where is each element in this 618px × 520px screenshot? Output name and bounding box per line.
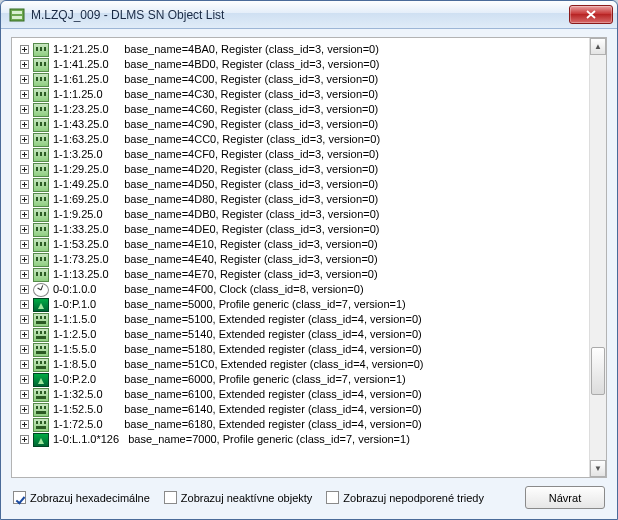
- close-button[interactable]: [569, 5, 613, 24]
- tree-row[interactable]: 1-1:21.25.0 base_name=4BA0, Register (cl…: [14, 42, 587, 57]
- row-description: base_name=4C00, Register (class_id=3, ve…: [124, 72, 378, 87]
- tree-row[interactable]: 1-1:13.25.0 base_name=4E70, Register (cl…: [14, 267, 587, 282]
- expand-icon[interactable]: [20, 255, 29, 264]
- expand-icon[interactable]: [20, 180, 29, 189]
- register-icon: [33, 163, 49, 177]
- checkbox-box[interactable]: [13, 491, 26, 504]
- expand-icon[interactable]: [20, 345, 29, 354]
- row-description: base_name=5100, Extended register (class…: [124, 312, 422, 327]
- register-icon: [33, 193, 49, 207]
- tree-row[interactable]: 1-1:23.25.0 base_name=4C60, Register (cl…: [14, 102, 587, 117]
- clock-icon: [33, 283, 49, 297]
- return-button[interactable]: Návrat: [525, 486, 605, 509]
- tree-row[interactable]: 1-1:1.25.0 base_name=4C30, Register (cla…: [14, 87, 587, 102]
- register-icon: [33, 253, 49, 267]
- row-description: base_name=4BD0, Register (class_id=3, ve…: [124, 57, 379, 72]
- tree-row[interactable]: 1-1:32.5.0 base_name=6100, Extended regi…: [14, 387, 587, 402]
- extended-register-icon: [33, 313, 49, 327]
- window-title: M.LZQJ_009 - DLMS SN Object List: [31, 8, 569, 22]
- tree-row[interactable]: 1-1:43.25.0 base_name=4C90, Register (cl…: [14, 117, 587, 132]
- expand-icon[interactable]: [20, 135, 29, 144]
- expand-icon[interactable]: [20, 375, 29, 384]
- tree-row[interactable]: 1-1:3.25.0 base_name=4CF0, Register (cla…: [14, 147, 587, 162]
- register-icon: [33, 148, 49, 162]
- scroll-track[interactable]: [590, 55, 606, 460]
- expand-icon[interactable]: [20, 405, 29, 414]
- expand-icon[interactable]: [20, 225, 29, 234]
- tree-row[interactable]: 1-1:52.5.0 base_name=6140, Extended regi…: [14, 402, 587, 417]
- titlebar[interactable]: M.LZQJ_009 - DLMS SN Object List: [1, 1, 617, 29]
- tree-row[interactable]: 1-1:53.25.0 base_name=4E10, Register (cl…: [14, 237, 587, 252]
- tree-row[interactable]: 0-0:1.0.0 base_name=4F00, Clock (class_i…: [14, 282, 587, 297]
- expand-icon[interactable]: [20, 360, 29, 369]
- row-description: base_name=6140, Extended register (class…: [124, 402, 422, 417]
- obis-code: 1-1:63.25.0: [53, 132, 115, 147]
- tree-row[interactable]: 1-0:P.1.0 base_name=5000, Profile generi…: [14, 297, 587, 312]
- svg-rect-1: [12, 11, 22, 14]
- tree-row[interactable]: 1-1:8.5.0 base_name=51C0, Extended regis…: [14, 357, 587, 372]
- expand-icon[interactable]: [20, 210, 29, 219]
- row-description: base_name=7000, Profile generic (class_i…: [128, 432, 410, 447]
- expand-icon[interactable]: [20, 150, 29, 159]
- tree-row[interactable]: 1-1:69.25.0 base_name=4D80, Register (cl…: [14, 192, 587, 207]
- tree-row[interactable]: 1-1:5.5.0 base_name=5180, Extended regis…: [14, 342, 587, 357]
- checkbox-label: Zobrazuj nepodporené triedy: [343, 492, 484, 504]
- tree-row[interactable]: 1-0:L.1.0*126 base_name=7000, Profile ge…: [14, 432, 587, 447]
- expand-icon[interactable]: [20, 120, 29, 129]
- expand-icon[interactable]: [20, 240, 29, 249]
- tree-view[interactable]: 1-1:21.25.0 base_name=4BA0, Register (cl…: [11, 37, 607, 478]
- obis-code: 1-1:73.25.0: [53, 252, 115, 267]
- expand-icon[interactable]: [20, 285, 29, 294]
- row-description: base_name=4BA0, Register (class_id=3, ve…: [124, 42, 379, 57]
- row-description: base_name=4DE0, Register (class_id=3, ve…: [124, 222, 379, 237]
- obis-code: 1-1:41.25.0: [53, 57, 115, 72]
- tree-row[interactable]: 1-1:29.25.0 base_name=4D20, Register (cl…: [14, 162, 587, 177]
- checkbox[interactable]: Zobrazuj neaktívne objekty: [164, 491, 312, 504]
- tree-row[interactable]: 1-1:73.25.0 base_name=4E40, Register (cl…: [14, 252, 587, 267]
- expand-icon[interactable]: [20, 195, 29, 204]
- row-description: base_name=6180, Extended register (class…: [124, 417, 422, 432]
- tree-row[interactable]: 1-1:2.5.0 base_name=5140, Extended regis…: [14, 327, 587, 342]
- vertical-scrollbar[interactable]: ▲ ▼: [589, 38, 606, 477]
- expand-icon[interactable]: [20, 60, 29, 69]
- scroll-thumb[interactable]: [591, 347, 605, 396]
- obis-code: 1-1:9.25.0: [53, 207, 115, 222]
- tree-row[interactable]: 1-1:72.5.0 base_name=6180, Extended regi…: [14, 417, 587, 432]
- checkbox[interactable]: Zobrazuj hexadecimálne: [13, 491, 150, 504]
- checkbox[interactable]: Zobrazuj nepodporené triedy: [326, 491, 484, 504]
- obis-code: 1-1:1.5.0: [53, 312, 115, 327]
- expand-icon[interactable]: [20, 435, 29, 444]
- obis-code: 1-1:61.25.0: [53, 72, 115, 87]
- expand-icon[interactable]: [20, 330, 29, 339]
- checkbox-box[interactable]: [326, 491, 339, 504]
- tree-row[interactable]: 1-1:61.25.0 base_name=4C00, Register (cl…: [14, 72, 587, 87]
- checkbox-box[interactable]: [164, 491, 177, 504]
- tree-row[interactable]: 1-1:1.5.0 base_name=5100, Extended regis…: [14, 312, 587, 327]
- tree-row[interactable]: 1-1:9.25.0 base_name=4DB0, Register (cla…: [14, 207, 587, 222]
- expand-icon[interactable]: [20, 315, 29, 324]
- expand-icon[interactable]: [20, 420, 29, 429]
- obis-code: 1-1:29.25.0: [53, 162, 115, 177]
- expand-icon[interactable]: [20, 300, 29, 309]
- extended-register-icon: [33, 343, 49, 357]
- obis-code: 1-1:5.5.0: [53, 342, 115, 357]
- tree-row[interactable]: 1-1:63.25.0 base_name=4CC0, Register (cl…: [14, 132, 587, 147]
- tree-row[interactable]: 1-1:49.25.0 base_name=4D50, Register (cl…: [14, 177, 587, 192]
- obis-code: 1-1:52.5.0: [53, 402, 115, 417]
- expand-icon[interactable]: [20, 390, 29, 399]
- expand-icon[interactable]: [20, 105, 29, 114]
- row-description: base_name=4E70, Register (class_id=3, ve…: [124, 267, 377, 282]
- expand-icon[interactable]: [20, 270, 29, 279]
- tree-row[interactable]: 1-1:41.25.0 base_name=4BD0, Register (cl…: [14, 57, 587, 72]
- expand-icon[interactable]: [20, 90, 29, 99]
- scroll-down-button[interactable]: ▼: [590, 460, 606, 477]
- expand-icon[interactable]: [20, 165, 29, 174]
- expand-icon[interactable]: [20, 75, 29, 84]
- scroll-up-button[interactable]: ▲: [590, 38, 606, 55]
- register-icon: [33, 223, 49, 237]
- tree-row[interactable]: 1-0:P.2.0 base_name=6000, Profile generi…: [14, 372, 587, 387]
- expand-icon[interactable]: [20, 45, 29, 54]
- obis-code: 1-1:32.5.0: [53, 387, 115, 402]
- tree-row[interactable]: 1-1:33.25.0 base_name=4DE0, Register (cl…: [14, 222, 587, 237]
- register-icon: [33, 103, 49, 117]
